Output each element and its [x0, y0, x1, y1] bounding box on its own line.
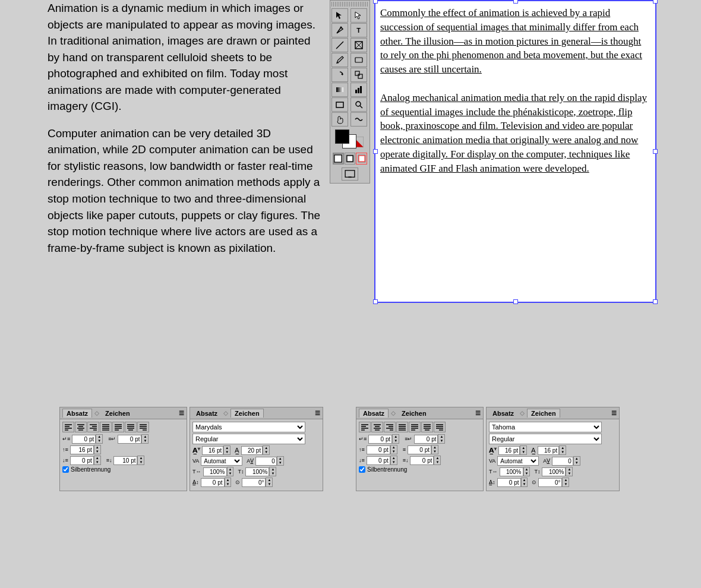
pen-tool[interactable]: [331, 23, 348, 37]
spin-dn[interactable]: ▼: [94, 460, 100, 464]
zeichen-tab-left[interactable]: Zeichen: [102, 409, 134, 418]
zeichen-menu-left[interactable]: ☰: [315, 410, 320, 416]
spin-up[interactable]: ▲: [228, 467, 233, 472]
spin-up[interactable]: ▲: [94, 445, 100, 450]
spin-dn[interactable]: ▼: [138, 460, 144, 464]
indent-right-input-r[interactable]: [414, 435, 438, 444]
select-arrow-tool[interactable]: [331, 8, 348, 23]
spin-up[interactable]: ▲: [96, 435, 102, 439]
fontsize-input[interactable]: [202, 446, 223, 455]
spin-up[interactable]: ▲: [277, 457, 283, 461]
scale-v-spin-r[interactable]: ▲▼: [566, 467, 573, 476]
scale-h-spin-r[interactable]: ▲▼: [523, 467, 531, 476]
scale-v-input-r[interactable]: [542, 467, 566, 476]
spin-up[interactable]: ▲: [224, 446, 230, 450]
tracking-spin-r[interactable]: ▲▼: [573, 456, 580, 466]
direct-select-tool[interactable]: [350, 8, 367, 23]
spin-dn[interactable]: ▼: [566, 472, 572, 476]
spin-up[interactable]: ▲: [225, 478, 231, 482]
font-family-select[interactable]: Marydals: [192, 422, 305, 432]
drop-cap-input[interactable]: [113, 456, 137, 465]
spin-dn[interactable]: ▼: [225, 482, 231, 486]
scale-h-spin[interactable]: ▲▼: [227, 467, 234, 476]
zeichen-tab-zeichen-right[interactable]: Zeichen: [527, 409, 560, 418]
spin-dn[interactable]: ▼: [270, 472, 276, 476]
spin-dn[interactable]: ▼: [574, 461, 580, 465]
extra-spin-r[interactable]: ▲▼: [434, 456, 441, 465]
preview-mode-btn[interactable]: [356, 153, 367, 165]
font-family-select-r[interactable]: Tahoma: [489, 422, 602, 432]
fontsize-spin[interactable]: ▲▼: [223, 445, 230, 455]
align-center-r[interactable]: [371, 422, 383, 432]
align-justify-last-center[interactable]: [125, 422, 137, 432]
type-tool[interactable]: T: [350, 23, 367, 37]
space-before-input[interactable]: [70, 445, 94, 454]
spin-dn[interactable]: ▼: [560, 450, 566, 454]
spin-dn[interactable]: ▼: [391, 450, 397, 454]
space-after-spin[interactable]: ▲▼: [94, 456, 101, 465]
align-justify-last-right-r[interactable]: [434, 422, 446, 432]
frame-handle-tl[interactable]: [373, 0, 378, 4]
align-justify-last-left-r[interactable]: [409, 422, 421, 432]
angle-spin-r[interactable]: ▲▼: [562, 478, 569, 487]
normal-mode-btn[interactable]: [333, 153, 344, 165]
scale-h-input[interactable]: [203, 467, 227, 476]
screen-mode-btn[interactable]: [342, 167, 358, 181]
spin-up[interactable]: ▲: [142, 435, 148, 439]
drop-cap-spin-r[interactable]: ▲▼: [431, 445, 438, 454]
spin-up[interactable]: ▲: [563, 478, 569, 482]
absatz-tab-right[interactable]: Absatz: [359, 409, 389, 418]
scale-tool[interactable]: [350, 68, 367, 82]
tracking-input[interactable]: [255, 457, 277, 466]
align-left-r[interactable]: [359, 422, 371, 432]
space-before-input-r[interactable]: [367, 445, 390, 454]
space-before-spin-r[interactable]: ▲▼: [390, 445, 397, 454]
spin-dn[interactable]: ▼: [228, 472, 233, 476]
spin-up[interactable]: ▲: [522, 478, 528, 482]
indent-right-input[interactable]: [118, 435, 141, 444]
frame-handle-bl[interactable]: [373, 299, 378, 304]
frame-handle-ml[interactable]: [373, 149, 378, 154]
spin-up[interactable]: ▲: [432, 445, 438, 450]
spin-up[interactable]: ▲: [574, 457, 580, 461]
spin-up[interactable]: ▲: [94, 456, 100, 460]
warp-tool[interactable]: [350, 112, 367, 127]
foreground-color-swatch[interactable]: [335, 129, 349, 144]
spin-up[interactable]: ▲: [391, 456, 397, 460]
absatz-tab-zeichen-left[interactable]: Absatz: [192, 409, 221, 418]
spin-up[interactable]: ▲: [393, 435, 399, 439]
align-justify-r[interactable]: [396, 422, 408, 432]
align-justify-last-right[interactable]: [137, 422, 149, 432]
space-after-input-r[interactable]: [367, 456, 390, 465]
spin-dn[interactable]: ▼: [224, 450, 230, 454]
leading-spin[interactable]: ▲▼: [263, 445, 270, 455]
zeichen-tab-zeichen-left[interactable]: Zeichen: [230, 409, 264, 418]
spin-dn[interactable]: ▼: [277, 461, 283, 465]
eraser-tool[interactable]: [350, 53, 367, 67]
spin-up[interactable]: ▲: [520, 446, 526, 450]
scale-h-input-r[interactable]: [500, 467, 523, 476]
spin-dn[interactable]: ▼: [96, 439, 102, 443]
spin-dn[interactable]: ▼: [438, 439, 444, 443]
spin-dn[interactable]: ▼: [563, 482, 569, 486]
font-style-select-r[interactable]: Regular: [489, 434, 602, 444]
tracking-spin[interactable]: ▲▼: [277, 456, 284, 466]
spin-up[interactable]: ▲: [560, 446, 566, 450]
rotate-tool[interactable]: [331, 68, 348, 82]
hyphenation-checkbox-right[interactable]: [359, 466, 365, 473]
drop-cap-input-r[interactable]: [408, 445, 431, 454]
rect-frame-tool[interactable]: [350, 38, 367, 52]
rect-tool[interactable]: [331, 97, 348, 112]
indent-left-spin[interactable]: ▲▼: [96, 434, 103, 444]
spin-dn[interactable]: ▼: [94, 450, 100, 454]
align-center[interactable]: [75, 422, 87, 432]
absatz-tab-zeichen-right[interactable]: Absatz: [489, 409, 517, 418]
frame-handle-mr[interactable]: [653, 149, 658, 154]
spin-up[interactable]: ▲: [263, 446, 269, 450]
line-tool[interactable]: [331, 38, 348, 52]
spin-dn[interactable]: ▼: [520, 450, 526, 454]
spin-up[interactable]: ▲: [270, 467, 276, 472]
tracking-input-r[interactable]: [552, 457, 573, 466]
spin-dn[interactable]: ▼: [524, 472, 530, 476]
space-after-input[interactable]: [70, 456, 94, 465]
